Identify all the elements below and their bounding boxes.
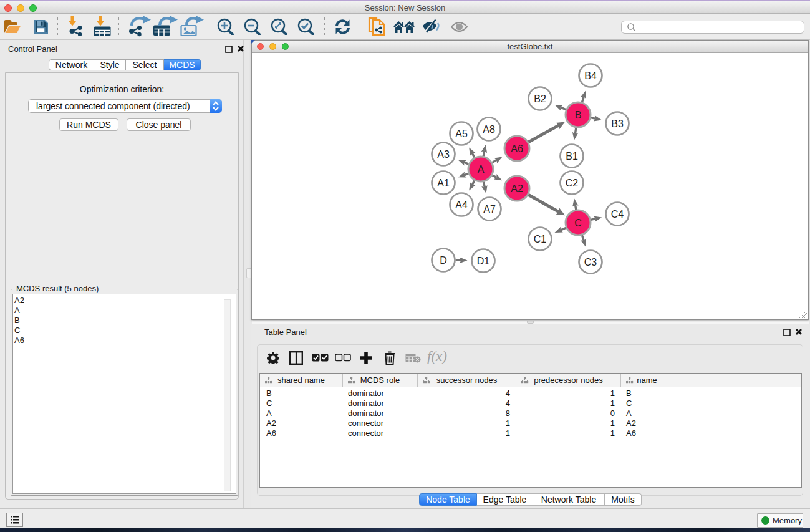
svg-text:B4: B4 xyxy=(584,70,597,81)
svg-text:B: B xyxy=(575,110,582,120)
svg-text:A8: A8 xyxy=(483,124,495,135)
svg-text:B1: B1 xyxy=(566,151,578,162)
svg-text:C: C xyxy=(574,218,582,228)
svg-text:A5: A5 xyxy=(455,128,468,139)
svg-text:C1: C1 xyxy=(534,234,547,244)
svg-text:C4: C4 xyxy=(611,209,624,220)
svg-text:A3: A3 xyxy=(437,149,450,160)
svg-text:C3: C3 xyxy=(584,257,597,268)
svg-text:A1: A1 xyxy=(437,178,450,188)
svg-text:B2: B2 xyxy=(534,94,546,104)
svg-text:D: D xyxy=(440,255,447,266)
svg-text:D1: D1 xyxy=(477,256,490,266)
svg-text:A4: A4 xyxy=(455,200,468,210)
svg-text:A2: A2 xyxy=(511,183,523,194)
svg-text:C2: C2 xyxy=(566,178,579,188)
svg-text:B3: B3 xyxy=(611,118,624,129)
svg-text:A6: A6 xyxy=(511,143,523,154)
svg-text:A7: A7 xyxy=(483,204,496,215)
svg-text:A: A xyxy=(478,164,485,175)
